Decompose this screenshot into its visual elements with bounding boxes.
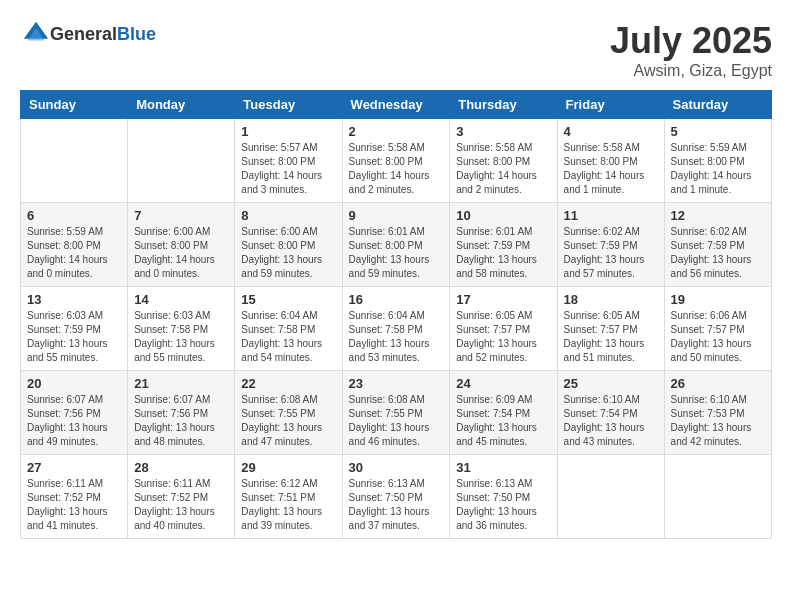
day-cell <box>664 455 771 539</box>
day-cell: 24Sunrise: 6:09 AM Sunset: 7:54 PM Dayli… <box>450 371 557 455</box>
day-cell: 30Sunrise: 6:13 AM Sunset: 7:50 PM Dayli… <box>342 455 450 539</box>
week-row-5: 27Sunrise: 6:11 AM Sunset: 7:52 PM Dayli… <box>21 455 772 539</box>
day-cell: 18Sunrise: 6:05 AM Sunset: 7:57 PM Dayli… <box>557 287 664 371</box>
day-number: 12 <box>671 208 765 223</box>
day-cell: 2Sunrise: 5:58 AM Sunset: 8:00 PM Daylig… <box>342 119 450 203</box>
month-title: July 2025 <box>610 20 772 62</box>
day-cell: 22Sunrise: 6:08 AM Sunset: 7:55 PM Dayli… <box>235 371 342 455</box>
day-info: Sunrise: 6:02 AM Sunset: 7:59 PM Dayligh… <box>671 225 765 281</box>
day-number: 14 <box>134 292 228 307</box>
day-cell: 13Sunrise: 6:03 AM Sunset: 7:59 PM Dayli… <box>21 287 128 371</box>
day-info: Sunrise: 5:58 AM Sunset: 8:00 PM Dayligh… <box>456 141 550 197</box>
weekday-header-thursday: Thursday <box>450 91 557 119</box>
day-number: 18 <box>564 292 658 307</box>
day-info: Sunrise: 6:07 AM Sunset: 7:56 PM Dayligh… <box>134 393 228 449</box>
day-number: 31 <box>456 460 550 475</box>
day-number: 27 <box>27 460 121 475</box>
day-number: 11 <box>564 208 658 223</box>
weekday-header-row: SundayMondayTuesdayWednesdayThursdayFrid… <box>21 91 772 119</box>
week-row-3: 13Sunrise: 6:03 AM Sunset: 7:59 PM Dayli… <box>21 287 772 371</box>
day-cell: 14Sunrise: 6:03 AM Sunset: 7:58 PM Dayli… <box>128 287 235 371</box>
day-cell: 26Sunrise: 6:10 AM Sunset: 7:53 PM Dayli… <box>664 371 771 455</box>
logo-icon <box>22 20 50 48</box>
day-number: 16 <box>349 292 444 307</box>
day-info: Sunrise: 6:08 AM Sunset: 7:55 PM Dayligh… <box>349 393 444 449</box>
day-info: Sunrise: 6:13 AM Sunset: 7:50 PM Dayligh… <box>456 477 550 533</box>
day-number: 26 <box>671 376 765 391</box>
day-info: Sunrise: 6:03 AM Sunset: 7:58 PM Dayligh… <box>134 309 228 365</box>
day-cell: 11Sunrise: 6:02 AM Sunset: 7:59 PM Dayli… <box>557 203 664 287</box>
page-header: GeneralBlue July 2025 Awsim, Giza, Egypt <box>20 20 772 80</box>
weekday-header-saturday: Saturday <box>664 91 771 119</box>
day-number: 7 <box>134 208 228 223</box>
day-number: 25 <box>564 376 658 391</box>
day-cell <box>21 119 128 203</box>
day-number: 23 <box>349 376 444 391</box>
day-number: 22 <box>241 376 335 391</box>
day-number: 6 <box>27 208 121 223</box>
day-cell <box>557 455 664 539</box>
day-cell: 27Sunrise: 6:11 AM Sunset: 7:52 PM Dayli… <box>21 455 128 539</box>
day-number: 21 <box>134 376 228 391</box>
logo-blue: Blue <box>117 24 156 44</box>
day-info: Sunrise: 6:00 AM Sunset: 8:00 PM Dayligh… <box>241 225 335 281</box>
day-number: 13 <box>27 292 121 307</box>
day-number: 5 <box>671 124 765 139</box>
week-row-2: 6Sunrise: 5:59 AM Sunset: 8:00 PM Daylig… <box>21 203 772 287</box>
day-cell: 6Sunrise: 5:59 AM Sunset: 8:00 PM Daylig… <box>21 203 128 287</box>
day-info: Sunrise: 6:10 AM Sunset: 7:53 PM Dayligh… <box>671 393 765 449</box>
day-number: 28 <box>134 460 228 475</box>
day-info: Sunrise: 5:59 AM Sunset: 8:00 PM Dayligh… <box>671 141 765 197</box>
day-info: Sunrise: 6:01 AM Sunset: 7:59 PM Dayligh… <box>456 225 550 281</box>
day-number: 2 <box>349 124 444 139</box>
day-cell: 21Sunrise: 6:07 AM Sunset: 7:56 PM Dayli… <box>128 371 235 455</box>
day-cell: 31Sunrise: 6:13 AM Sunset: 7:50 PM Dayli… <box>450 455 557 539</box>
day-info: Sunrise: 5:58 AM Sunset: 8:00 PM Dayligh… <box>349 141 444 197</box>
day-cell: 29Sunrise: 6:12 AM Sunset: 7:51 PM Dayli… <box>235 455 342 539</box>
day-number: 15 <box>241 292 335 307</box>
day-number: 4 <box>564 124 658 139</box>
day-cell: 4Sunrise: 5:58 AM Sunset: 8:00 PM Daylig… <box>557 119 664 203</box>
day-cell: 17Sunrise: 6:05 AM Sunset: 7:57 PM Dayli… <box>450 287 557 371</box>
week-row-4: 20Sunrise: 6:07 AM Sunset: 7:56 PM Dayli… <box>21 371 772 455</box>
weekday-header-friday: Friday <box>557 91 664 119</box>
day-info: Sunrise: 6:05 AM Sunset: 7:57 PM Dayligh… <box>456 309 550 365</box>
day-info: Sunrise: 5:58 AM Sunset: 8:00 PM Dayligh… <box>564 141 658 197</box>
day-number: 17 <box>456 292 550 307</box>
day-info: Sunrise: 6:03 AM Sunset: 7:59 PM Dayligh… <box>27 309 121 365</box>
day-cell: 8Sunrise: 6:00 AM Sunset: 8:00 PM Daylig… <box>235 203 342 287</box>
day-number: 8 <box>241 208 335 223</box>
day-info: Sunrise: 6:04 AM Sunset: 7:58 PM Dayligh… <box>241 309 335 365</box>
day-number: 10 <box>456 208 550 223</box>
logo-general: General <box>50 24 117 44</box>
day-info: Sunrise: 6:08 AM Sunset: 7:55 PM Dayligh… <box>241 393 335 449</box>
day-info: Sunrise: 6:04 AM Sunset: 7:58 PM Dayligh… <box>349 309 444 365</box>
day-cell: 10Sunrise: 6:01 AM Sunset: 7:59 PM Dayli… <box>450 203 557 287</box>
weekday-header-sunday: Sunday <box>21 91 128 119</box>
weekday-header-monday: Monday <box>128 91 235 119</box>
day-number: 3 <box>456 124 550 139</box>
day-info: Sunrise: 5:59 AM Sunset: 8:00 PM Dayligh… <box>27 225 121 281</box>
day-cell: 20Sunrise: 6:07 AM Sunset: 7:56 PM Dayli… <box>21 371 128 455</box>
day-info: Sunrise: 6:01 AM Sunset: 8:00 PM Dayligh… <box>349 225 444 281</box>
day-number: 30 <box>349 460 444 475</box>
day-cell: 16Sunrise: 6:04 AM Sunset: 7:58 PM Dayli… <box>342 287 450 371</box>
day-info: Sunrise: 6:12 AM Sunset: 7:51 PM Dayligh… <box>241 477 335 533</box>
day-cell <box>128 119 235 203</box>
day-info: Sunrise: 5:57 AM Sunset: 8:00 PM Dayligh… <box>241 141 335 197</box>
day-cell: 15Sunrise: 6:04 AM Sunset: 7:58 PM Dayli… <box>235 287 342 371</box>
location-title: Awsim, Giza, Egypt <box>610 62 772 80</box>
day-info: Sunrise: 6:10 AM Sunset: 7:54 PM Dayligh… <box>564 393 658 449</box>
weekday-header-wednesday: Wednesday <box>342 91 450 119</box>
day-cell: 3Sunrise: 5:58 AM Sunset: 8:00 PM Daylig… <box>450 119 557 203</box>
day-number: 1 <box>241 124 335 139</box>
day-cell: 12Sunrise: 6:02 AM Sunset: 7:59 PM Dayli… <box>664 203 771 287</box>
day-number: 20 <box>27 376 121 391</box>
day-info: Sunrise: 6:09 AM Sunset: 7:54 PM Dayligh… <box>456 393 550 449</box>
day-cell: 7Sunrise: 6:00 AM Sunset: 8:00 PM Daylig… <box>128 203 235 287</box>
calendar-table: SundayMondayTuesdayWednesdayThursdayFrid… <box>20 90 772 539</box>
day-info: Sunrise: 6:02 AM Sunset: 7:59 PM Dayligh… <box>564 225 658 281</box>
day-number: 19 <box>671 292 765 307</box>
day-cell: 9Sunrise: 6:01 AM Sunset: 8:00 PM Daylig… <box>342 203 450 287</box>
day-number: 24 <box>456 376 550 391</box>
